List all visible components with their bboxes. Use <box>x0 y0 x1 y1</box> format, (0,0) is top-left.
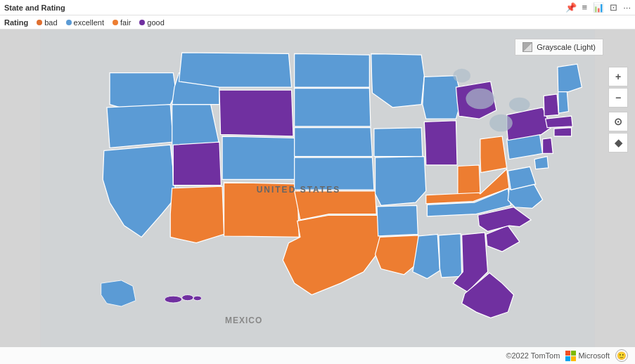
state-MO[interactable] <box>376 157 426 206</box>
state-IA[interactable] <box>374 128 423 157</box>
state-MT[interactable] <box>179 53 292 87</box>
style-badge[interactable]: Grayscale (Light) <box>515 39 603 56</box>
legend-label: Rating <box>4 18 28 27</box>
zoom-in-button[interactable]: + <box>608 67 628 86</box>
svg-point-4 <box>182 295 193 301</box>
state-WI[interactable] <box>423 76 462 119</box>
state-IL[interactable] <box>424 121 457 165</box>
state-VT[interactable] <box>544 94 558 116</box>
compass-button[interactable]: ◆ <box>608 133 628 152</box>
ms-red <box>565 351 570 356</box>
map-container: State and Rating 📌 ≡ 📊 ⊡ ··· Rating bad … <box>0 0 635 364</box>
state-AL[interactable] <box>439 234 462 278</box>
microsoft-logo: Microsoft <box>565 351 610 361</box>
good-dot <box>139 20 145 25</box>
expand-icon[interactable]: ⊡ <box>610 2 617 13</box>
footer-bar: ©2022 TomTom Microsoft 🙂 <box>0 347 635 364</box>
state-AR[interactable] <box>377 205 418 235</box>
lake-superior <box>453 69 470 83</box>
bad-dot <box>37 20 42 25</box>
state-NJ[interactable] <box>543 138 553 153</box>
fair-dot <box>113 20 118 25</box>
ms-squares-icon <box>565 351 576 361</box>
fair-label: fair <box>120 18 131 27</box>
state-NM[interactable] <box>224 182 300 237</box>
chart-icon[interactable]: 📊 <box>593 2 604 13</box>
style-badge-label: Grayscale (Light) <box>537 43 596 51</box>
filter-icon[interactable]: ≡ <box>582 2 588 13</box>
map-svg-container: UNITED STATES MEXICO <box>0 30 635 364</box>
state-CT[interactable] <box>554 128 572 136</box>
header-icons: 📌 ≡ 📊 ⊡ ··· <box>565 2 631 13</box>
state-NE[interactable] <box>295 128 373 157</box>
state-ME[interactable] <box>558 64 582 91</box>
reset-north-button[interactable]: ⊙ <box>608 112 628 131</box>
ms-yellow <box>571 356 576 361</box>
legend-good: good <box>139 18 164 27</box>
state-UT[interactable] <box>173 142 221 186</box>
legend-fair: fair <box>113 18 131 27</box>
header-bar: State and Rating 📌 ≡ 📊 ⊡ ··· <box>0 0 635 15</box>
state-KS[interactable] <box>295 157 374 190</box>
excellent-dot <box>66 20 72 25</box>
state-OH[interactable] <box>480 136 507 173</box>
state-WY[interactable] <box>219 90 293 136</box>
svg-point-3 <box>165 296 182 303</box>
legend-excellent: excellent <box>66 18 104 27</box>
more-icon[interactable]: ··· <box>623 2 631 13</box>
svg-point-5 <box>193 296 201 301</box>
feedback-icon[interactable]: 🙂 <box>615 349 628 362</box>
ms-green <box>571 351 576 356</box>
lake-ontario <box>509 98 530 112</box>
excellent-label: excellent <box>74 18 104 27</box>
pin-icon[interactable]: 📌 <box>565 2 577 13</box>
lake-michigan <box>466 89 494 110</box>
state-AZ[interactable] <box>170 186 224 242</box>
good-label: good <box>147 18 164 27</box>
ms-blue <box>565 356 570 361</box>
map-controls: + − ⊙ ◆ <box>608 67 628 152</box>
copyright-text: ©2022 TomTom <box>506 351 560 360</box>
legend-bar: Rating bad excellent fair good <box>0 15 635 30</box>
state-SD[interactable] <box>295 89 371 126</box>
bad-label: bad <box>44 18 57 27</box>
page-title: State and Rating <box>4 4 65 12</box>
us-map-svg <box>0 30 635 364</box>
provider-text: Microsoft <box>578 351 610 360</box>
state-IN[interactable] <box>458 165 480 194</box>
zoom-out-button[interactable]: − <box>608 88 628 108</box>
state-CO[interactable] <box>222 136 296 180</box>
state-ND[interactable] <box>295 53 370 87</box>
state-OR[interactable] <box>107 105 173 148</box>
grayscale-icon <box>522 42 532 52</box>
lake-erie <box>489 115 513 132</box>
state-NH[interactable] <box>558 89 569 113</box>
legend-bad: bad <box>37 18 57 27</box>
mexico-label: MEXICO <box>225 316 262 325</box>
